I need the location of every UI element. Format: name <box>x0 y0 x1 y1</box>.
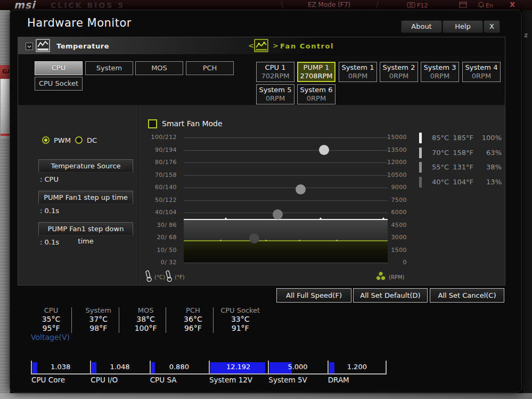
curve-temp-f: 131°F <box>452 162 473 173</box>
fan-button-system-5[interactable]: System 50RPM <box>256 84 294 104</box>
readout-label: System <box>73 306 124 315</box>
action-button-all-full-speed-f-[interactable]: All Full Speed(F) <box>276 288 351 303</box>
temp-axis-label: 0/ 32 <box>141 259 177 266</box>
voltage-label: CPU SA <box>150 376 177 384</box>
current-temperature-line <box>184 219 388 220</box>
temp-axis-label: 40/104 <box>141 209 177 216</box>
temp-line-notch <box>319 217 322 219</box>
fahrenheit-legend-label: (°F) <box>175 274 185 280</box>
voltage-label: System 5V <box>268 376 307 384</box>
readout-divider <box>119 307 119 333</box>
fan-button-system-6[interactable]: System 60RPM <box>297 84 335 104</box>
temp-readout-cpu: CPU35°C95°F <box>26 306 76 333</box>
voltage-label: CPU I/O <box>91 376 118 384</box>
voltage-value: 5.000 <box>268 363 327 371</box>
readout-fahrenheit: 100°F <box>121 324 171 333</box>
temperature-tab-cpu-socket[interactable]: CPU Socket <box>35 77 83 91</box>
fan-button-pump-1[interactable]: PUMP 12708RPM <box>297 62 335 82</box>
bios-close-button: X <box>510 1 515 9</box>
bios-top-bar: msi CLICK BIOS 5 \ EZ Mode (F7) / F12 En… <box>0 0 532 10</box>
rpm-line-dot <box>336 240 338 241</box>
fan-curve-row: 55°C131°F38% <box>415 162 503 173</box>
fan-prev-arrow[interactable]: < <box>248 42 254 50</box>
readout-label: CPU <box>26 306 76 315</box>
fan-curve-point-38pct[interactable] <box>273 209 283 219</box>
fan-curve-row: 70°C158°F63% <box>415 148 503 158</box>
temp-axis-label: 30/ 86 <box>141 222 177 229</box>
readout-celsius: 37°C <box>73 315 124 324</box>
fan-button-system-2[interactable]: System 20RPM <box>380 62 418 82</box>
fan-name: System 1 <box>339 63 377 72</box>
readout-celsius: 33°C <box>215 315 265 324</box>
fan-button-system-1[interactable]: System 10RPM <box>339 62 377 82</box>
readout-fahrenheit: 91°F <box>215 324 265 333</box>
curve-percent: 63% <box>476 148 502 158</box>
setting-button-0[interactable]: Temperature Source <box>38 159 133 173</box>
setting-button-2[interactable]: PUMP Fan1 step down time <box>38 222 133 235</box>
voltage-value: 1.200 <box>328 363 387 371</box>
decorative-slash: / <box>376 0 379 9</box>
fan-control-graph-icon <box>254 39 268 52</box>
action-button-all-set-default-d-[interactable]: All Set Default(D) <box>353 288 428 303</box>
current-rpm-line <box>184 240 388 241</box>
temperature-tab-cpu[interactable]: CPU <box>35 61 83 75</box>
collapse-toggle-icon[interactable] <box>26 43 33 50</box>
fan-rpm-value: 2708RPM <box>298 72 334 80</box>
fan-rpm-value: 0RPM <box>463 72 500 80</box>
bios-title-ghost: CLICK BIOS 5 <box>51 1 125 10</box>
pwm-label: PWM <box>54 136 71 144</box>
voltage-value: 12.192 <box>209 363 268 371</box>
temp-axis-label: 60/140 <box>141 184 177 191</box>
hardware-monitor-dialog: Hardware Monitor AboutHelpX Temperature … <box>10 10 522 393</box>
readout-divider <box>166 307 166 333</box>
readout-fahrenheit: 98°F <box>73 324 124 333</box>
fan-button-cpu-1[interactable]: CPU 1702RPM <box>256 62 294 82</box>
fan-button-system-3[interactable]: System 30RPM <box>421 62 459 82</box>
gauge-end-tick <box>386 361 387 374</box>
pwm-radio-dot <box>44 139 47 142</box>
dialog-tab-x[interactable]: X <box>484 20 500 33</box>
dialog-title: Hardware Monitor <box>27 17 132 29</box>
decorative-slash: \ <box>281 0 283 9</box>
temp-line-notch <box>224 217 227 219</box>
bios-right-edge: z <box>522 10 532 393</box>
fan-curve-point-63pct[interactable] <box>296 184 306 194</box>
dialog-tab-about[interactable]: About <box>401 20 442 33</box>
fan-name: System 5 <box>257 86 294 94</box>
msi-logo: msi <box>14 0 36 11</box>
dc-radio[interactable] <box>75 136 83 144</box>
fan-curve-point-13pct[interactable] <box>249 233 259 243</box>
temperature-tab-mos[interactable]: MOS <box>135 61 183 75</box>
readout-celsius: 38°C <box>121 315 171 324</box>
chart-gridline <box>184 263 388 263</box>
voltage-section-title: Voltage(V) <box>31 333 70 341</box>
setting-button-1[interactable]: PUMP Fan1 step up time <box>38 191 133 204</box>
action-button-all-set-cancel-c-[interactable]: All Set Cancel(C) <box>430 288 504 303</box>
fan-rpm-value: 702RPM <box>257 72 294 80</box>
curve-row-bar <box>419 177 422 188</box>
pwm-radio[interactable] <box>42 136 50 144</box>
curve-row-bar <box>419 162 422 173</box>
fan-button-system-4[interactable]: System 40RPM <box>462 62 501 82</box>
fan-name: System 4 <box>463 63 500 72</box>
temperature-tab-system[interactable]: System <box>85 61 133 75</box>
temperature-tab-pch[interactable]: PCH <box>186 61 234 75</box>
setting-value-0: : CPU <box>40 175 59 183</box>
readout-celsius: 35°C <box>26 315 76 324</box>
temperature-graph-icon <box>36 39 50 52</box>
readout-celsius: 36°C <box>168 315 218 324</box>
setting-value-1: : 0.1s <box>40 207 59 215</box>
dialog-tab-help[interactable]: Help <box>443 20 483 33</box>
dc-label: DC <box>87 136 97 144</box>
temp-axis-label: 20/ 68 <box>141 234 177 241</box>
smart-fan-mode-checkbox[interactable] <box>148 119 157 128</box>
fan-curve-point-100pct[interactable] <box>319 145 329 155</box>
fan-name: CPU 1 <box>257 63 294 72</box>
chart-gridline <box>184 150 388 151</box>
panel-header: Temperature < > Fan Control <box>18 37 505 55</box>
fan-rpm-value: 0RPM <box>339 72 377 80</box>
game-boost-knob <box>1 79 10 139</box>
chart-gridline <box>184 200 388 201</box>
smart-fan-mode-label: Smart Fan Mode <box>162 119 223 128</box>
fan-next-arrow[interactable]: > <box>273 42 279 50</box>
